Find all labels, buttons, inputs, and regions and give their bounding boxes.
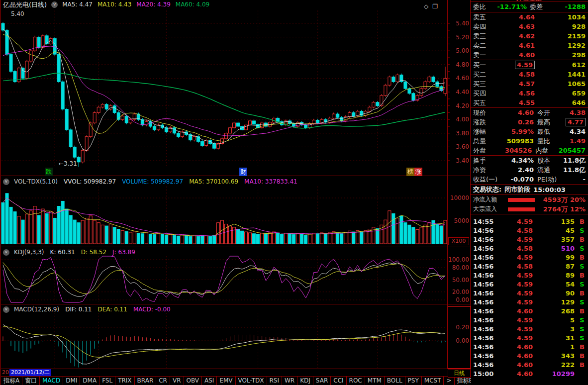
bid-price-value: 4.56 bbox=[519, 90, 535, 97]
tab-DMA[interactable]: DMA bbox=[80, 377, 99, 385]
ask-row-卖三[interactable]: 卖三4.622159 bbox=[471, 31, 588, 41]
stat-label: 外盘 bbox=[473, 146, 502, 155]
bid-price: 4.58 bbox=[496, 71, 535, 78]
overlay-tag-跌[interactable]: 跌 bbox=[45, 168, 53, 176]
ask-row-卖四[interactable]: 卖四4.63928 bbox=[471, 22, 588, 31]
tab-ROC[interactable]: ROC bbox=[347, 377, 365, 385]
tick-row[interactable]: 14:564.59129S bbox=[471, 297, 588, 306]
stat-label: 最低 bbox=[537, 127, 561, 136]
tab-指标B[interactable]: 指标B bbox=[455, 377, 471, 385]
overlay-tag-榜[interactable]: 榜 bbox=[406, 168, 414, 176]
vol-legend-item: VOL-TDX(5,10) bbox=[14, 178, 58, 185]
tab-PSY[interactable]: PSY bbox=[405, 377, 422, 385]
trade-status-row: 交易状态: 闭市阶段 15:00:03 bbox=[471, 185, 588, 195]
tick-row[interactable]: 14:564.60343B bbox=[471, 351, 588, 360]
tick-row[interactable]: 14:564.5887S bbox=[471, 262, 588, 271]
tick-row[interactable]: 14:564.5954S bbox=[471, 280, 588, 289]
tab-RSI[interactable]: RSI bbox=[267, 377, 283, 385]
stat-label: 股本 bbox=[537, 156, 561, 165]
tab-KDJ[interactable]: KDJ bbox=[297, 377, 313, 385]
collapse-chevron-icon[interactable]: v bbox=[3, 179, 9, 185]
bid-row-买一[interactable]: 买一4.59612 bbox=[471, 60, 588, 70]
tick-price: 4.60 bbox=[495, 343, 533, 351]
tab-BRAR[interactable]: BRAR bbox=[135, 377, 157, 385]
tab-FSL[interactable]: FSL bbox=[99, 377, 115, 385]
tick-price: 4.59 bbox=[495, 272, 533, 279]
tab-MACD[interactable]: MACD bbox=[40, 377, 63, 385]
weicha-value: -1288 bbox=[550, 3, 586, 10]
tick-row[interactable]: 14:564.59357B bbox=[471, 235, 588, 244]
tick-price: 4.59 bbox=[495, 334, 533, 342]
collapse-chevron-icon[interactable]: v bbox=[51, 1, 58, 8]
ask-row-卖五[interactable]: 卖五4.641034 bbox=[471, 12, 588, 22]
tick-time: 14:56 bbox=[473, 352, 495, 360]
bid-row-买三[interactable]: 买三4.571065 bbox=[471, 79, 588, 89]
tick-row[interactable]: 14:554.59135B bbox=[471, 217, 588, 226]
tab-ASI[interactable]: ASI bbox=[202, 377, 217, 385]
bid-volume: 646 bbox=[535, 99, 586, 106]
tick-side: S bbox=[579, 245, 586, 252]
tab-SAR[interactable]: SAR bbox=[313, 377, 331, 385]
stat-row-外盘: 外盘304526内盘205457 bbox=[471, 146, 588, 155]
kdj-tick-50.00: 50.00 bbox=[447, 277, 469, 284]
tab-VOL-TDX[interactable]: VOL-TDX bbox=[236, 377, 267, 385]
stat-value: 4.60 bbox=[503, 109, 534, 116]
overlay-tag-涨[interactable]: 涨 bbox=[414, 168, 422, 176]
tab-BOLL[interactable]: BOLL bbox=[385, 377, 405, 385]
tab-CCI[interactable]: CCI bbox=[331, 377, 346, 385]
tick-row[interactable]: 15:004.6010299 bbox=[471, 369, 588, 378]
tick-row[interactable]: 14:564.5989B bbox=[471, 271, 588, 280]
diamond-icon[interactable]: ◇ bbox=[424, 3, 432, 10]
bid-row-买五[interactable]: 买五4.55646 bbox=[471, 98, 588, 107]
stat-row-收益(一): 收益(一)-0.070PE(动)- bbox=[471, 175, 588, 184]
stat-value: 4.77 bbox=[561, 118, 586, 126]
tab->[interactable]: > bbox=[444, 377, 454, 385]
tick-row[interactable]: 14:564.60222B bbox=[471, 360, 588, 369]
tab-VR[interactable]: VR bbox=[170, 377, 184, 385]
flow-bar bbox=[508, 198, 535, 202]
tick-row[interactable]: 14:564.595S bbox=[471, 315, 588, 324]
tick-row[interactable]: 14:564.593S bbox=[471, 324, 588, 333]
ma-label-ma60: MA60: 4.09 bbox=[176, 1, 209, 8]
ask-row-卖一[interactable]: 卖一4.60298 bbox=[471, 50, 588, 60]
stat-label: 今开 bbox=[537, 108, 561, 117]
tick-volume: 5 bbox=[533, 316, 575, 324]
period-selector[interactable]: 日线 bbox=[448, 370, 471, 378]
tick-row[interactable]: 14:564.60268B bbox=[471, 306, 588, 315]
tick-row[interactable]: 14:564.5990B bbox=[471, 289, 588, 297]
flow-row-大宗流入: 大宗流入2764万12% bbox=[471, 204, 588, 214]
tab-窗口[interactable]: 窗口 bbox=[22, 377, 40, 385]
main-chart-header: 亿晶光电(日线) v MA5: 4.47MA10: 4.43MA20: 4.39… bbox=[3, 0, 214, 9]
collapse-chevron-icon[interactable]: v bbox=[3, 306, 9, 313]
tab-MCST[interactable]: MCST bbox=[422, 377, 444, 385]
tick-row[interactable]: 14:564.5931S bbox=[471, 333, 588, 342]
stat-row-总量: 总量509983量比1.49 bbox=[471, 136, 588, 146]
tab-CR[interactable]: CR bbox=[156, 377, 170, 385]
tab-TRIX[interactable]: TRIX bbox=[115, 377, 134, 385]
overlay-tag-财[interactable]: 财 bbox=[239, 168, 247, 176]
tick-row[interactable]: 14:564.5999B bbox=[471, 253, 588, 262]
bid-row-买二[interactable]: 买二4.581441 bbox=[471, 70, 588, 79]
selected-date[interactable]: 2021/01/12/二 bbox=[9, 369, 51, 376]
tab-MTM[interactable]: MTM bbox=[365, 377, 385, 385]
bid-row-买四[interactable]: 买四4.56659 bbox=[471, 89, 588, 98]
ask-row-卖二[interactable]: 卖二4.611292 bbox=[471, 41, 588, 50]
tab-OBV[interactable]: OBV bbox=[184, 377, 202, 385]
tick-price: 4.58 bbox=[495, 227, 533, 234]
macd-legend-item: MACD(12,26,9) bbox=[14, 306, 59, 313]
tab-DMI[interactable]: DMI bbox=[63, 377, 80, 385]
bid-label: 买二 bbox=[473, 70, 496, 79]
stat-row-现价: 现价4.60今开4.38 bbox=[471, 108, 588, 117]
collapse-chevron-icon[interactable]: v bbox=[3, 249, 9, 256]
stat-row-换手: 换手4.34%股本11.8亿 bbox=[471, 156, 588, 165]
weibi-value: -12.71% bbox=[494, 3, 527, 10]
kdj-tick-100.00: 100.00 bbox=[447, 256, 469, 263]
tick-row[interactable]: 14:564.601B bbox=[471, 342, 588, 351]
tab-WR[interactable]: WR bbox=[282, 377, 297, 385]
ma-label-ma10: MA10: 4.43 bbox=[98, 1, 131, 8]
window-icon[interactable]: ❐ bbox=[432, 3, 442, 10]
tick-row[interactable]: 14:564.5845S bbox=[471, 226, 588, 235]
tick-row[interactable]: 14:564.58510S bbox=[471, 244, 588, 253]
tab-指标A[interactable]: 指标A bbox=[1, 377, 22, 385]
tab-EMV[interactable]: EMV bbox=[217, 377, 235, 385]
